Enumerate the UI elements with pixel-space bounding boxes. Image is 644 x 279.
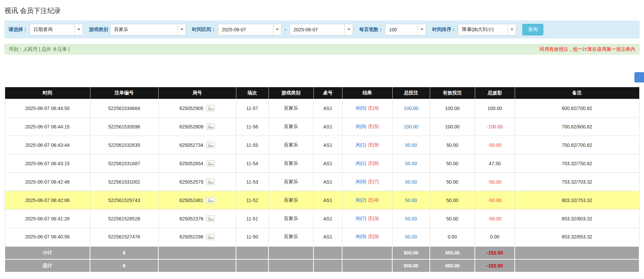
total-bet-link[interactable]: 50.00 — [405, 142, 417, 148]
video-replay-icon[interactable] — [206, 123, 215, 130]
video-replay-icon[interactable] — [206, 160, 215, 167]
total-bet-cell: 50.00 — [392, 136, 430, 154]
game-type-cell: 百家乐 — [268, 228, 313, 246]
date-from-value: 2025-06-07 — [218, 24, 273, 35]
round-no-cell: 625052734 — [158, 136, 236, 154]
round-no-cell: 625052298 — [158, 228, 236, 246]
date-range-label: 时间区间： — [192, 27, 216, 33]
date-to-input[interactable]: 2025-06-07 — [290, 24, 353, 35]
result-banker: 庄(3) — [368, 216, 379, 221]
column-header: 总投注 — [392, 87, 430, 99]
game-type-cell: 百家乐 — [268, 154, 313, 173]
result-player: 闲(2) — [356, 197, 366, 203]
video-replay-icon[interactable] — [206, 179, 215, 185]
session-cell: 11-51 — [236, 210, 268, 228]
total-bet-link[interactable]: 50.00 — [405, 161, 417, 166]
result-cell: 闲(1)庄(9) — [342, 136, 392, 154]
session-cell: 11-50 — [236, 228, 268, 246]
session-cell: 11-54 — [236, 154, 268, 173]
result-player: 闲(1) — [356, 160, 366, 166]
total-bet-link[interactable]: 50.00 — [405, 216, 417, 221]
total-bet-link[interactable]: 50.00 — [405, 179, 417, 185]
result-cell: 闲(1)庄(8) — [342, 154, 392, 173]
round-no: 625052809 — [179, 124, 203, 129]
bet-no-cell: 522561527476 — [90, 228, 158, 246]
summary-row: 总计 8 500.00 450.00 -152.50 — [5, 259, 639, 272]
session-cell: 11-55 — [236, 136, 268, 154]
payout-cell: 0.00 — [475, 228, 515, 246]
summary-valid-bet: 450.00 — [430, 259, 475, 272]
partial-edge-button[interactable] — [634, 72, 644, 82]
result-cell: 闲(9)庄(9) — [342, 228, 392, 246]
result-player: 闲(9) — [356, 179, 366, 184]
table-no-cell: AS1 — [313, 136, 342, 154]
column-header: 时间 — [5, 87, 90, 99]
summary-count: 8 — [90, 259, 158, 272]
table-row: 2025-06-07 06:42:48 522561531002 6250525… — [5, 173, 639, 191]
column-header: 有效投注 — [430, 87, 475, 99]
result-cell: 闲(5)庄(4) — [342, 99, 392, 118]
total-bet-link[interactable]: 100.00 — [404, 124, 419, 129]
column-header: 局号 — [158, 87, 236, 99]
game-type-cell: 百家乐 — [268, 173, 313, 191]
column-header: 总派彩 — [475, 87, 515, 99]
column-header: 场次 — [236, 87, 268, 99]
page-size-value: 100 — [385, 24, 418, 35]
game-type-label: 游戏类别 — [89, 27, 108, 33]
sort-order-select[interactable]: 降幂(由大到小) — [458, 24, 516, 35]
round-no-cell: 625052579 — [158, 173, 236, 191]
valid-bet-cell: 50.00 — [430, 136, 475, 154]
page: 视讯 会员下注纪录 请选择： 日期查询 游戏类别 百家乐 时间区间： 2025-… — [0, 6, 644, 273]
table-header-row: 时间注单编号局号场次游戏类别桌号结果总投注有效投注总派彩备注 — [5, 87, 639, 99]
time-cell: 2025-06-07 06:43:15 — [5, 154, 90, 173]
query-type-select[interactable]: 日期查询 — [30, 24, 83, 35]
round-no: 625052734 — [179, 142, 203, 148]
round-no: 625052376 — [179, 216, 203, 221]
video-replay-icon[interactable] — [206, 197, 215, 203]
date-from-input[interactable]: 2025-06-07 — [218, 24, 281, 35]
video-replay-icon[interactable] — [206, 105, 215, 111]
time-cell: 2025-06-07 06:42:06 — [5, 191, 90, 210]
result-player: 闲(1) — [356, 142, 366, 148]
summary-total-bet: 500.00 — [392, 259, 430, 272]
result-banker: 庄(8) — [368, 160, 379, 166]
video-replay-icon[interactable] — [206, 142, 215, 148]
bet-no-cell: 522561529743 — [90, 191, 158, 210]
search-button[interactable]: 查询 — [522, 24, 543, 35]
bet-no-cell: 522561533596 — [90, 118, 158, 136]
round-no-cell: 625052481 — [158, 191, 236, 210]
total-bet-link[interactable]: 50.00 — [405, 234, 417, 239]
valid-bet-cell: 50.00 — [430, 154, 475, 173]
summary-count: 8 — [90, 246, 158, 259]
note-cell: 753.32/703.32 — [515, 173, 639, 191]
note-cell: 853.32/803.32 — [515, 210, 639, 228]
info-bar: 币别：人民币 | 总共 :8 注单 | 同局有效投注，统一计算在该局第一张注单内 — [4, 44, 640, 55]
result-banker: 庄(4) — [368, 105, 379, 111]
summary-row: 小计 8 500.00 450.00 -152.50 — [5, 246, 639, 259]
chevron-down-icon — [418, 24, 426, 35]
note-cell: 703.32/750.82 — [515, 154, 639, 173]
page-size-select[interactable]: 100 — [385, 24, 426, 35]
column-header: 备注 — [515, 87, 639, 99]
result-cell: 闲(2)庄(4) — [342, 191, 392, 210]
video-replay-icon[interactable] — [206, 234, 215, 240]
result-cell: 闲(7)庄(3) — [342, 210, 392, 228]
video-replay-icon[interactable] — [206, 215, 215, 222]
date-range-separator: ~ — [284, 27, 287, 32]
round-no: 625052654 — [179, 161, 203, 166]
table-no-cell: AS1 — [313, 210, 342, 228]
total-bet-link[interactable]: 50.00 — [405, 198, 417, 203]
summary-payout: -152.50 — [475, 259, 515, 272]
summary-label: 总计 — [5, 259, 90, 272]
round-no-cell: 625052809 — [158, 118, 236, 136]
notice-text: 同局有效投注，统一计算在该局第一张注单内 — [540, 46, 635, 52]
total-bet-link[interactable]: 100.00 — [404, 106, 419, 111]
note-cell: 750.82/700.82 — [515, 136, 639, 154]
payout-cell: -50.00 — [475, 136, 515, 154]
valid-bet-cell: 50.00 — [430, 191, 475, 210]
note-cell: 600.82/700.82 — [515, 99, 639, 118]
query-type-value: 日期查询 — [30, 24, 74, 35]
sort-order-value: 降幂(由大到小) — [458, 24, 508, 35]
bet-no-cell: 522561534684 — [90, 99, 158, 118]
game-type-select[interactable]: 百家乐 — [110, 24, 186, 35]
